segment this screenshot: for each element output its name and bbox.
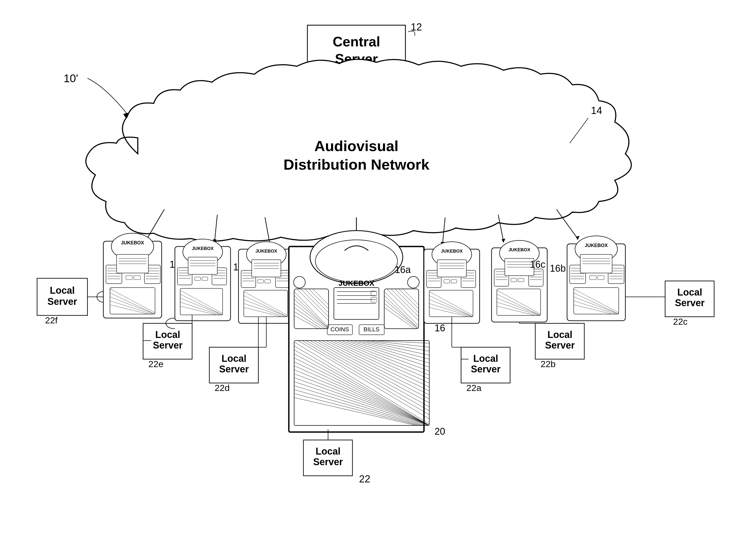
ref-20: 20 bbox=[435, 426, 445, 437]
ref-22e: 22e bbox=[148, 359, 164, 369]
ref-22c: 22c bbox=[673, 316, 688, 327]
local-server-22a-text2: Server bbox=[471, 364, 500, 375]
svg-point-97 bbox=[310, 230, 403, 284]
central-jukebox-label: JUKEBOX bbox=[338, 279, 375, 287]
local-server-22c-text2: Server bbox=[675, 297, 704, 308]
jukebox-16f-label: JUKEBOX bbox=[121, 240, 144, 245]
ref-22: 22 bbox=[359, 474, 370, 484]
diagram: Central Server 12 10' Audiovisual Distri… bbox=[0, 0, 756, 537]
ref-16: 16 bbox=[435, 323, 445, 333]
jukebox-16e-label: JUKEBOX bbox=[192, 246, 214, 251]
local-server-22-text1: Local bbox=[316, 446, 340, 457]
local-server-22b-text1: Local bbox=[547, 329, 572, 340]
jukebox-16c-label: JUKEBOX bbox=[584, 243, 608, 248]
ref-22b: 22b bbox=[540, 359, 556, 369]
local-server-22f-text1: Local bbox=[50, 285, 75, 296]
local-server-22-text2: Server bbox=[313, 456, 343, 467]
jukebox-16a-label: JUKEBOX bbox=[441, 249, 463, 254]
local-server-22d-text2: Server bbox=[219, 364, 249, 375]
coins-label: COINS bbox=[331, 326, 349, 333]
svg-marker-15 bbox=[501, 238, 505, 243]
ref-16c: 16c bbox=[530, 259, 545, 270]
central-server-label: Central bbox=[333, 34, 380, 49]
local-server-22a-text1: Local bbox=[473, 353, 498, 364]
local-server-22e-text2: Server bbox=[153, 340, 182, 351]
ref-22d: 22d bbox=[215, 383, 230, 393]
ref-16b: 16b bbox=[550, 263, 566, 274]
network-label-line2: Distribution Network bbox=[284, 156, 430, 173]
local-server-22d-text1: Local bbox=[221, 353, 246, 364]
ref-22a: 22a bbox=[466, 383, 482, 393]
bills-label: BILLS bbox=[364, 326, 379, 333]
main-svg: Central Server 12 10' Audiovisual Distri… bbox=[0, 0, 756, 537]
local-server-22e-text1: Local bbox=[155, 329, 180, 340]
network-label-line1: Audiovisual bbox=[314, 138, 398, 154]
local-server-22f-text2: Server bbox=[47, 296, 77, 307]
jukebox-16b-label: JUKEBOX bbox=[508, 247, 531, 252]
local-server-22c-text1: Local bbox=[677, 287, 702, 298]
jukebox-16d-label: JUKEBOX bbox=[256, 249, 277, 254]
ref-16a: 16a bbox=[395, 264, 411, 275]
ref-10prime: 10' bbox=[63, 72, 78, 85]
ref-14: 14 bbox=[591, 105, 602, 116]
ref-22f: 22f bbox=[45, 315, 58, 325]
local-server-22b-text2: Server bbox=[545, 340, 575, 351]
